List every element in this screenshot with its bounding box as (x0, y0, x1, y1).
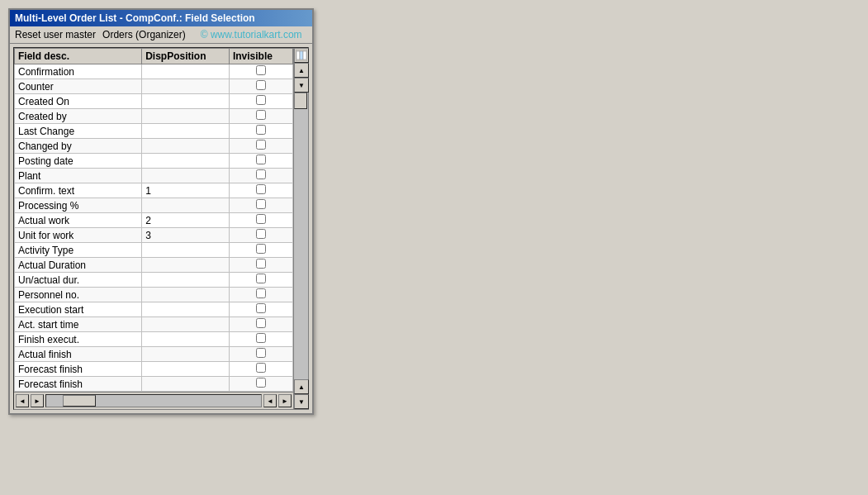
field-desc-cell: Confirm. text (15, 183, 142, 198)
field-desc-cell: Last Change (15, 124, 142, 139)
disp-position-cell (142, 109, 230, 124)
scroll-track[interactable] (294, 93, 308, 379)
menu-item-reset[interactable]: Reset user master (15, 29, 96, 40)
disp-position-cell (142, 139, 230, 154)
invisible-cell (229, 273, 292, 288)
invisible-cell (229, 302, 292, 317)
field-desc-cell: Un/actual dur. (15, 273, 142, 288)
invisible-checkbox[interactable] (256, 169, 266, 179)
invisible-checkbox[interactable] (256, 110, 266, 120)
invisible-checkbox[interactable] (256, 318, 266, 328)
table-row: Execution start (15, 302, 293, 317)
invisible-cell (229, 139, 292, 154)
invisible-cell (229, 183, 292, 198)
invisible-checkbox[interactable] (256, 333, 266, 343)
table-row: Confirmation (15, 64, 293, 79)
invisible-cell (229, 109, 292, 124)
invisible-checkbox[interactable] (256, 214, 266, 224)
menu-bar: Reset user master Orders (Organizer) © w… (10, 26, 312, 44)
invisible-checkbox[interactable] (256, 95, 266, 105)
table-row: Actual work2 (15, 213, 293, 228)
hscroll-left-button[interactable]: ◄ (263, 394, 277, 407)
invisible-checkbox[interactable] (256, 348, 266, 358)
column-settings-icon[interactable] (294, 48, 309, 63)
invisible-checkbox[interactable] (256, 80, 266, 90)
disp-position-cell (142, 79, 230, 94)
col-header-disp-position: DispPosition (142, 49, 230, 64)
vertical-scrollbar: ▲ ▼ ▲ ▼ (293, 48, 308, 409)
invisible-checkbox[interactable] (256, 229, 266, 239)
field-table: Field desc. DispPosition Invisible Confi… (14, 48, 293, 392)
main-window: Multi-Level Order List - CompConf.: Fiel… (8, 8, 314, 415)
bottom-scrollbar: ◄ ► ◄ ► (14, 392, 293, 409)
col-header-field-desc: Field desc. (15, 49, 142, 64)
disp-position-cell (142, 243, 230, 258)
nav-right-button[interactable]: ► (31, 394, 44, 407)
invisible-checkbox[interactable] (256, 184, 266, 194)
invisible-cell (229, 228, 292, 243)
field-desc-cell: Personnel no. (15, 288, 142, 302)
table-row: Actual finish (15, 347, 293, 362)
disp-position-cell (142, 154, 230, 169)
invisible-checkbox[interactable] (256, 140, 266, 150)
field-desc-cell: Changed by (15, 139, 142, 154)
disp-position-cell (142, 362, 230, 377)
table-header-row: Field desc. DispPosition Invisible (15, 49, 293, 64)
invisible-cell (229, 94, 292, 109)
disp-position-cell (142, 288, 230, 302)
invisible-checkbox[interactable] (256, 303, 266, 313)
horizontal-scroll-track[interactable] (45, 394, 262, 407)
invisible-checkbox[interactable] (256, 155, 266, 164)
table-area: Field desc. DispPosition Invisible Confi… (14, 48, 293, 409)
table-row: Created On (15, 94, 293, 109)
invisible-cell (229, 243, 292, 258)
table-row: Created by (15, 109, 293, 124)
watermark: © www.tutorialkart.com (201, 29, 302, 40)
invisible-checkbox[interactable] (256, 125, 266, 135)
invisible-cell (229, 332, 292, 347)
menu-item-orders[interactable]: Orders (Organizer) (102, 29, 186, 40)
disp-position-cell (142, 258, 230, 273)
scroll-thumb[interactable] (294, 93, 307, 109)
table-row: Un/actual dur. (15, 273, 293, 288)
invisible-checkbox[interactable] (256, 378, 266, 388)
field-desc-cell: Forecast finish (15, 377, 142, 392)
hscroll-right-button[interactable]: ► (278, 394, 292, 407)
table-row: Processing % (15, 198, 293, 213)
field-desc-cell: Forecast finish (15, 362, 142, 377)
nav-right-area: ◄ ► (263, 394, 292, 407)
invisible-cell (229, 317, 292, 332)
table-container: Field desc. DispPosition Invisible Confi… (14, 48, 293, 392)
invisible-checkbox[interactable] (256, 363, 266, 373)
field-desc-cell: Actual finish (15, 347, 142, 362)
scroll-up-button[interactable]: ▲ (294, 63, 309, 78)
horizontal-scroll-thumb[interactable] (63, 395, 96, 407)
field-desc-cell: Confirmation (15, 64, 142, 79)
invisible-cell (229, 154, 292, 169)
nav-left-button[interactable]: ◄ (16, 394, 29, 407)
invisible-checkbox[interactable] (256, 288, 266, 298)
invisible-checkbox[interactable] (256, 274, 266, 283)
invisible-cell (229, 79, 292, 94)
disp-position-cell (142, 198, 230, 213)
invisible-cell (229, 288, 292, 302)
invisible-cell (229, 64, 292, 79)
scroll-bottom-up-button[interactable]: ▲ (294, 379, 309, 394)
window-title: Multi-Level Order List - CompConf.: Fiel… (15, 12, 255, 24)
field-desc-cell: Execution start (15, 302, 142, 317)
invisible-checkbox[interactable] (256, 65, 266, 75)
invisible-checkbox[interactable] (256, 244, 266, 254)
settings-svg (296, 50, 307, 61)
invisible-cell (229, 258, 292, 273)
disp-position-cell (142, 332, 230, 347)
invisible-checkbox[interactable] (256, 259, 266, 269)
field-desc-cell: Processing % (15, 198, 142, 213)
field-desc-cell: Posting date (15, 154, 142, 169)
svg-rect-3 (303, 51, 306, 59)
disp-position-cell (142, 302, 230, 317)
invisible-cell (229, 347, 292, 362)
scroll-down-button[interactable]: ▼ (294, 78, 309, 93)
table-row: Counter (15, 79, 293, 94)
scroll-bottom-down-button[interactable]: ▼ (294, 394, 309, 409)
invisible-checkbox[interactable] (256, 199, 266, 209)
